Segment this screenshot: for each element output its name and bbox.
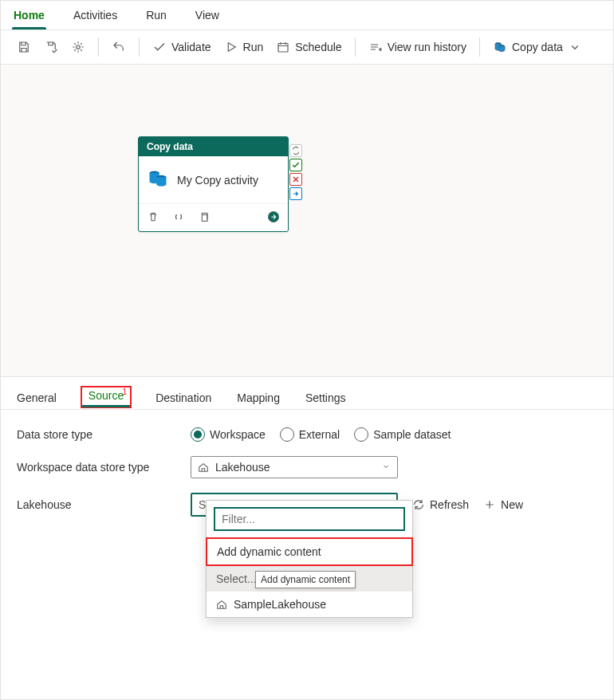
svg-rect-1 [278,44,288,53]
save-icon [17,40,31,54]
code-icon[interactable] [172,210,185,223]
view-history-label: View run history [388,41,466,53]
add-dynamic-content-item[interactable]: Add dynamic content [206,537,413,566]
prop-tab-source[interactable]: Source1 [81,386,132,408]
check-icon [152,40,167,54]
view-history-button[interactable]: View run history [364,37,471,57]
menu-tab-run[interactable]: Run [144,6,168,29]
menu-tab-view[interactable]: View [194,6,221,29]
chevron-down-icon [381,461,391,474]
prop-tab-settings[interactable]: Settings [304,387,348,409]
prop-tab-general[interactable]: General [15,387,58,409]
undo-icon [112,40,126,54]
radio-external[interactable]: External [280,427,340,442]
run-label: Run [243,41,264,53]
prop-tab-destination[interactable]: Destination [154,387,213,409]
activity-run-icon[interactable] [267,210,280,223]
copy-data-button[interactable]: Copy data [488,37,587,57]
menu-tab-activities[interactable]: Activities [72,6,119,29]
run-button[interactable]: Run [219,37,269,57]
validate-label: Validate [171,41,211,53]
database-icon [493,40,507,54]
toolbar: Validate Run Schedule View run history C… [1,30,613,65]
connector-success-icon[interactable] [289,159,302,171]
data-store-type-label: Data store type [17,428,191,441]
lakehouse-dropdown: Add dynamic content Select... SampleLake… [206,500,413,618]
activity-header: Copy data [139,137,288,156]
activity-card[interactable]: Copy data My Copy activity [138,136,289,232]
calendar-icon [276,40,290,54]
connector-fail-icon[interactable] [289,173,302,186]
gear-icon [71,40,85,54]
copy-data-label: Copy data [512,41,563,53]
copy-data-icon [147,167,169,192]
tooltip: Add dynamic content [255,571,356,588]
ws-type-select[interactable]: Lakehouse [191,456,398,478]
save-button[interactable] [12,37,36,57]
activity-connectors [289,144,302,200]
save-as-icon [44,40,58,54]
plus-icon [483,498,496,511]
svg-point-0 [77,45,81,49]
play-icon [224,40,238,54]
refresh-button[interactable]: Refresh [412,498,469,511]
validate-button[interactable]: Validate [148,37,216,57]
activity-footer [139,203,288,231]
save-as-button[interactable] [39,37,63,57]
schedule-button[interactable]: Schedule [271,37,346,57]
source-badge: 1 [123,387,128,396]
menu-tab-home[interactable]: Home [12,6,46,29]
lakehouse-icon [198,462,209,473]
radio-sample[interactable]: Sample dataset [354,427,451,442]
activity-title: My Copy activity [177,174,258,187]
svg-rect-6 [202,214,207,221]
connector-repeat-icon[interactable] [289,144,302,157]
undo-button[interactable] [107,37,131,57]
ws-type-label: Workspace data store type [17,461,191,474]
delete-icon[interactable] [147,210,159,223]
menu-tabs: Home Activities Run View [1,1,613,30]
pipeline-canvas[interactable]: Copy data My Copy activity [1,65,613,377]
clone-icon[interactable] [198,210,211,223]
ws-type-value: Lakehouse [215,461,270,474]
prop-tab-mapping[interactable]: Mapping [235,387,281,409]
radio-workspace[interactable]: Workspace [191,427,266,442]
history-icon [368,40,383,54]
lakehouse-label: Lakehouse [17,498,191,511]
lakehouse-icon [216,599,227,610]
schedule-label: Schedule [295,41,341,53]
connector-skip-icon[interactable] [289,187,302,200]
settings-button[interactable] [66,37,90,57]
chevron-down-icon [568,40,582,54]
new-button[interactable]: New [483,498,523,511]
activity-body: My Copy activity [139,156,288,203]
dropdown-option-samplelakehouse[interactable]: SampleLakehouse [207,592,412,617]
property-tabs: General Source1 Destination Mapping Sett… [1,382,613,410]
dropdown-filter-input[interactable] [214,507,405,531]
refresh-icon [412,498,425,511]
